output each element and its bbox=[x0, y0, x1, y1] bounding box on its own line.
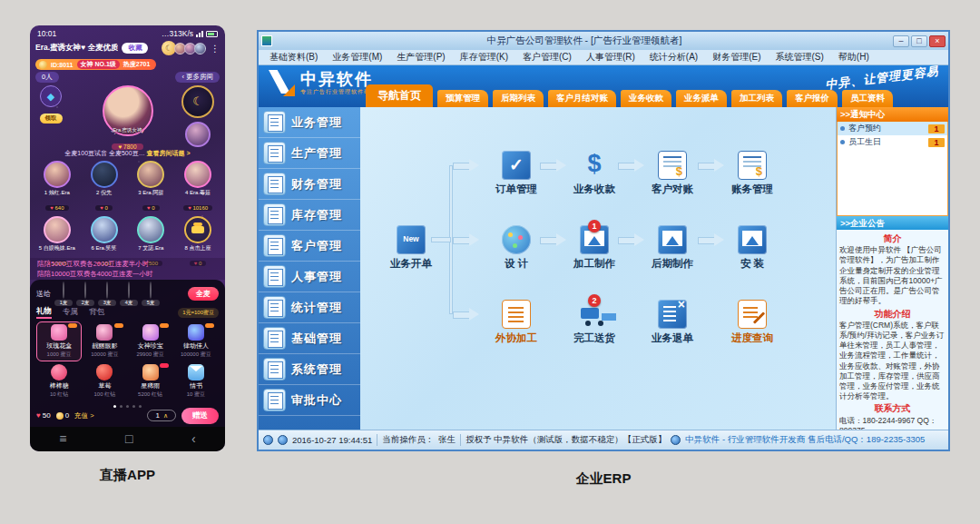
nav-back-icon[interactable]: ‹ bbox=[191, 431, 196, 446]
sidebar-item-business[interactable]: 业务管理 bbox=[259, 107, 360, 138]
menu-business[interactable]: 业务管理(M) bbox=[325, 51, 389, 64]
week-star-frame[interactable]: ☾ bbox=[181, 85, 214, 118]
sidebar-item-approval[interactable]: 审批中心 bbox=[259, 385, 360, 416]
sidebar-item-statistics[interactable]: 统计管理 bbox=[259, 292, 360, 323]
sidebar-item-customer[interactable]: 客户管理 bbox=[259, 231, 360, 262]
gift-item[interactable]: 草莓100 红钻 bbox=[82, 361, 127, 401]
gift-item[interactable]: 女神珍宝29900 蜜豆 bbox=[128, 321, 173, 361]
tab-postproduction-list[interactable]: 后期列表 bbox=[493, 90, 544, 107]
claim-button[interactable]: 领取 bbox=[40, 114, 63, 124]
notify-item-birthdays[interactable]: 员工生日1 bbox=[838, 135, 947, 149]
mic-avatar bbox=[184, 161, 211, 188]
tab-staff[interactable]: 员工资料 bbox=[842, 90, 893, 107]
workflow-node-install[interactable]: 安 装 bbox=[723, 225, 781, 271]
menu-system[interactable]: 系统管理(S) bbox=[769, 51, 831, 64]
rose-box-icon bbox=[51, 324, 67, 341]
gift-item[interactable]: 星稀雨5200 红钻 bbox=[128, 361, 173, 401]
menu-production[interactable]: 生产管理(P) bbox=[389, 51, 452, 64]
gift-item[interactable]: 律动佳人100000 蜜豆 bbox=[173, 321, 219, 361]
tab-receipts[interactable]: 业务收款 bbox=[621, 90, 671, 107]
send-gift-button[interactable]: 赠送 bbox=[181, 408, 219, 424]
sidebar-item-system[interactable]: 系统管理 bbox=[259, 354, 360, 385]
mic-seat[interactable]: 2 倪先♥ 0 bbox=[81, 161, 128, 213]
host-name: Era.蜜诱女神 bbox=[104, 127, 152, 133]
tab-budget[interactable]: 预算管理 bbox=[437, 90, 488, 107]
menu-finance[interactable]: 财务管理(E) bbox=[705, 51, 768, 64]
new-order-icon bbox=[397, 225, 426, 254]
workflow-node-progress[interactable]: 进度查询 bbox=[723, 300, 781, 345]
host-avatar[interactable]: Era.蜜诱女神 bbox=[103, 85, 153, 136]
window-titlebar[interactable]: 中异广告公司管理软件 - [广告行业管理领航者] – □ × bbox=[259, 32, 948, 50]
menu-bar: 基础资料(B) 业务管理(M) 生产管理(P) 库存管理(K) 客户管理(C) … bbox=[259, 50, 948, 65]
guard-avatar-frame[interactable] bbox=[185, 122, 211, 147]
room-topic-link[interactable]: 查看房间话题 > bbox=[147, 150, 191, 156]
send-to-label: 送给 bbox=[36, 289, 51, 299]
menu-hr[interactable]: 人事管理(R) bbox=[579, 51, 642, 64]
notify-item-appointments[interactable]: 客户预约1 bbox=[838, 122, 947, 135]
sidebar-item-inventory[interactable]: 库存管理 bbox=[259, 200, 360, 231]
viewer-avatar[interactable] bbox=[194, 43, 206, 54]
sidebar-item-hr[interactable]: 人事管理 bbox=[259, 262, 360, 292]
gift-item-selected[interactable]: 玫瑰花盒1000 蜜豆 bbox=[36, 321, 82, 361]
workflow-node-accounting[interactable]: 账务管理 bbox=[723, 151, 781, 196]
maximize-button[interactable]: □ bbox=[911, 35, 927, 47]
more-menu-icon[interactable]: ⋮ bbox=[211, 44, 220, 54]
workflow-node-design[interactable]: 设 计 bbox=[487, 225, 545, 271]
nav-home-icon[interactable]: □ bbox=[125, 431, 132, 446]
more-rooms-button[interactable]: ‹ 更多房间 bbox=[175, 72, 220, 83]
mic-seat[interactable]: 4 Era.毒茹♥ 10160 bbox=[174, 161, 221, 213]
tab-monthly-statement[interactable]: 客户月结对账 bbox=[548, 90, 616, 107]
workflow-node-delivery[interactable]: 2完工送货 bbox=[565, 300, 623, 345]
people-count-pill[interactable]: 0人 bbox=[35, 72, 59, 83]
workflow-node-order-mgmt[interactable]: 订单管理 bbox=[487, 151, 545, 196]
favorite-button[interactable]: 收藏 bbox=[122, 43, 148, 54]
gift-item[interactable]: 棒棒糖10 红钻 bbox=[36, 361, 82, 401]
workflow-node-receipts[interactable]: 业务收款 bbox=[565, 151, 623, 196]
quantity-stepper[interactable]: 1∧ bbox=[147, 410, 176, 421]
tab-gifts[interactable]: 礼物 bbox=[36, 306, 52, 319]
menu-statistics[interactable]: 统计分析(A) bbox=[642, 51, 705, 64]
tab-nav-home[interactable]: 导航首页 bbox=[366, 84, 433, 107]
mic-seat[interactable]: 1 烛红.Era♥ 640 bbox=[34, 161, 81, 213]
room-badges[interactable]: ID:8011 女神 NO.1级 热度2701 bbox=[35, 59, 156, 70]
tab-exclusive[interactable]: 专属 bbox=[63, 307, 78, 318]
menu-help[interactable]: 帮助(H) bbox=[831, 51, 877, 64]
workflow-node-new-order[interactable]: 业务开单 bbox=[382, 225, 440, 271]
gears-icon bbox=[263, 327, 286, 350]
notify-header: >>通知中心 bbox=[837, 107, 948, 122]
minimize-button[interactable]: – bbox=[893, 35, 909, 47]
gift-target[interactable]: 4麦 bbox=[120, 282, 138, 306]
workflow-node-postproduction[interactable]: 后期制作 bbox=[643, 225, 701, 271]
gift-target[interactable]: 2麦 bbox=[76, 282, 94, 306]
image-icon bbox=[738, 225, 767, 254]
gift-item[interactable]: 情书10 蜜豆 bbox=[173, 361, 219, 401]
nav-menu-icon[interactable]: ≡ bbox=[59, 431, 66, 446]
gift-target[interactable]: 5麦 bbox=[142, 282, 160, 306]
workflow-node-outsourcing[interactable]: 外协加工 bbox=[487, 300, 545, 345]
mic-seat[interactable]: 3 Era.阿甜♥ 0 bbox=[128, 161, 175, 213]
gift-target[interactable]: 1麦 bbox=[54, 282, 73, 306]
tab-processing-list[interactable]: 加工列表 bbox=[731, 90, 782, 107]
menu-customer[interactable]: 客户管理(C) bbox=[515, 51, 579, 64]
tab-dispatch[interactable]: 业务派单 bbox=[676, 90, 727, 107]
gift-target[interactable]: 3麦 bbox=[98, 282, 116, 306]
sidebar-item-production[interactable]: 生产管理 bbox=[259, 138, 360, 169]
menu-basic-data[interactable]: 基础资料(B) bbox=[262, 51, 325, 64]
recharge-link[interactable]: 充值 > bbox=[74, 411, 93, 420]
menu-inventory[interactable]: 库存管理(K) bbox=[453, 51, 515, 64]
mic-avatar bbox=[137, 216, 164, 243]
sidebar-item-finance[interactable]: 财务管理 bbox=[259, 169, 360, 200]
gift-item[interactable]: 靓丽眼影10000 蜜豆 bbox=[82, 321, 127, 361]
sidebar-item-basic[interactable]: 基础管理 bbox=[259, 323, 360, 354]
workflow-node-processing[interactable]: 1加工制作 bbox=[565, 225, 623, 271]
target-avatar bbox=[128, 282, 130, 299]
workflow-node-return[interactable]: 业务退单 bbox=[643, 300, 701, 345]
all-mic-button[interactable]: 全麦 bbox=[188, 287, 219, 301]
vendor-link[interactable]: 中异软件 - 行业管理软件开发商 售后电话/QQ：189-2235-3305 bbox=[685, 434, 925, 446]
person-icon bbox=[263, 234, 286, 257]
tab-backpack[interactable]: 背包 bbox=[89, 307, 104, 318]
close-button[interactable]: × bbox=[929, 35, 946, 47]
workflow-node-reconcile[interactable]: 客户对账 bbox=[643, 151, 701, 196]
production-icon bbox=[263, 142, 286, 164]
contact-phone: 电话：180-2244-9967 QQ：899375 bbox=[839, 416, 946, 430]
